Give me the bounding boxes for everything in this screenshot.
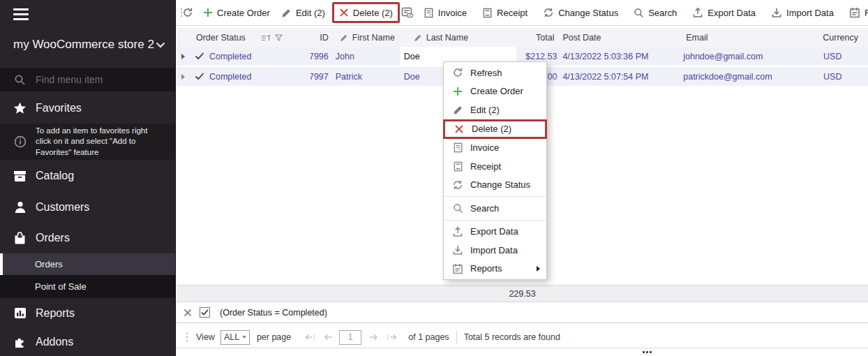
column-header-email[interactable]: Email bbox=[680, 28, 792, 47]
next-page-icon bbox=[368, 332, 379, 342]
invoice-button[interactable]: Invoice bbox=[418, 3, 472, 22]
menu-item-import-data[interactable]: Import Data bbox=[444, 241, 546, 260]
cell-text: johndoe@gmail.com bbox=[683, 52, 763, 61]
import-data-button[interactable]: Import Data bbox=[765, 3, 839, 22]
sidebar-search[interactable] bbox=[0, 68, 175, 91]
refresh-button[interactable] bbox=[182, 7, 193, 18]
change-status-button[interactable]: Change Status bbox=[537, 3, 624, 22]
cell-text: Doe bbox=[404, 72, 420, 82]
filter-enabled-checkbox[interactable] bbox=[200, 307, 210, 318]
cell-post-date[interactable]: 4/13/2022 5:03:36 PM bbox=[560, 47, 680, 66]
prev-page-button[interactable] bbox=[323, 332, 334, 342]
horizontal-scrollbar[interactable] bbox=[177, 348, 868, 356]
cell-order-status[interactable]: Completed bbox=[193, 47, 310, 66]
card-eye-icon bbox=[401, 7, 414, 18]
grid-filter-panel: (Order Status = Completed) bbox=[177, 302, 868, 323]
show-deleted-button[interactable] bbox=[401, 7, 414, 18]
context-menu: Refresh Create Order Edit (2) Delete (2)… bbox=[443, 61, 547, 280]
checkmark-icon bbox=[195, 73, 204, 80]
column-header-id[interactable]: ID bbox=[310, 28, 331, 47]
cell-text: 4/13/2022 5:07:54 PM bbox=[562, 72, 648, 82]
column-header-order-status[interactable]: Order Status bbox=[193, 28, 310, 47]
cell-order-status[interactable]: Completed bbox=[193, 67, 310, 86]
cell-first-name[interactable]: John bbox=[331, 47, 400, 66]
menu-item-receipt[interactable]: Receipt bbox=[444, 157, 546, 176]
edit-button[interactable]: Edit (2) bbox=[276, 3, 331, 22]
menu-item-label: Invoice bbox=[470, 142, 499, 153]
person-icon bbox=[13, 201, 27, 214]
hamburger-menu-button[interactable] bbox=[0, 0, 175, 28]
cell-first-name[interactable]: Patrick bbox=[331, 67, 400, 86]
receipt-button[interactable]: Receipt bbox=[477, 3, 533, 22]
sidebar-item-label: Reports bbox=[36, 307, 75, 320]
store-selector[interactable]: my WooCommerce store 2 bbox=[0, 28, 175, 61]
sidebar-subitem-orders-selected[interactable]: Orders bbox=[0, 253, 175, 275]
bar-chart-icon bbox=[13, 306, 27, 320]
menu-item-delete[interactable]: Delete (2) bbox=[443, 119, 547, 139]
checkmark-icon bbox=[195, 52, 204, 60]
cell-text: Completed bbox=[209, 72, 251, 82]
menu-item-reports[interactable]: Reports bbox=[444, 260, 546, 279]
pager-grip[interactable] bbox=[182, 333, 192, 341]
column-header-last-name[interactable]: Last Name bbox=[400, 28, 517, 47]
row-expand-button[interactable] bbox=[177, 47, 193, 66]
search-button[interactable]: Search bbox=[628, 3, 682, 22]
cell-text: USD bbox=[823, 72, 841, 82]
menu-item-edit[interactable]: Edit (2) bbox=[444, 101, 546, 119]
sidebar-item-reports[interactable]: Reports bbox=[0, 298, 175, 328]
hamburger-icon bbox=[13, 8, 29, 20]
cell-text: 7996 bbox=[310, 52, 329, 61]
column-header-currency[interactable]: Currency bbox=[792, 28, 868, 47]
star-icon bbox=[13, 102, 27, 115]
sidebar-item-catalog[interactable]: Catalog bbox=[0, 160, 175, 192]
expand-arrow-icon bbox=[181, 74, 185, 80]
menu-item-create-order[interactable]: Create Order bbox=[444, 82, 546, 101]
puzzle-icon bbox=[13, 336, 27, 349]
menu-item-search[interactable]: Search bbox=[444, 199, 546, 218]
delete-button[interactable]: Delete (2) bbox=[338, 3, 394, 22]
cell-currency[interactable]: USD bbox=[792, 67, 868, 86]
page-number-input[interactable] bbox=[339, 330, 361, 345]
column-label: Last Name bbox=[426, 33, 468, 43]
row-expand-button[interactable] bbox=[177, 67, 193, 86]
close-filter-icon[interactable] bbox=[184, 309, 192, 317]
filter-icon[interactable] bbox=[275, 34, 283, 41]
cell-id[interactable]: 7997 bbox=[310, 67, 331, 86]
cell-id[interactable]: 7996 bbox=[310, 47, 331, 66]
menu-item-refresh[interactable]: Refresh bbox=[444, 64, 546, 82]
menu-item-label: Reports bbox=[470, 263, 502, 274]
sidebar-item-label: Catalog bbox=[36, 170, 74, 182]
sidebar-item-customers[interactable]: Customers bbox=[0, 192, 175, 223]
first-page-button[interactable] bbox=[304, 332, 316, 342]
menu-item-change-status[interactable]: Change Status bbox=[444, 176, 546, 195]
cell-post-date[interactable]: 4/13/2022 5:07:54 PM bbox=[560, 67, 680, 86]
cell-email[interactable]: patrickdoe@gmail.com bbox=[680, 67, 792, 86]
sidebar-item-addons[interactable]: Addons bbox=[0, 328, 175, 356]
page-size-select[interactable]: ALL bbox=[220, 330, 250, 345]
delete-annotation-box: Delete (2) bbox=[332, 2, 400, 23]
first-page-icon bbox=[304, 332, 316, 342]
column-header-first-name[interactable]: First Name bbox=[331, 28, 400, 47]
cell-currency[interactable]: USD bbox=[792, 47, 868, 66]
import-icon bbox=[771, 7, 782, 18]
sidebar-subitem-point-of-sale[interactable]: Point of Sale bbox=[0, 275, 175, 298]
reports-button[interactable]: Reports bbox=[844, 3, 868, 22]
column-header-post-date[interactable]: Post Date bbox=[560, 28, 680, 47]
next-page-button[interactable] bbox=[368, 332, 379, 342]
last-page-button[interactable] bbox=[386, 332, 398, 342]
column-label: ID bbox=[320, 33, 329, 43]
scrollbar-thumb-dots[interactable] bbox=[643, 351, 652, 353]
column-header-total[interactable]: Total bbox=[517, 28, 560, 47]
menu-item-export-data[interactable]: Export Data bbox=[444, 223, 546, 242]
sidebar-search-input[interactable] bbox=[36, 74, 154, 85]
export-data-button[interactable]: Export Data bbox=[687, 3, 761, 22]
sidebar-item-favorites[interactable]: Favorites bbox=[0, 93, 175, 124]
menu-item-label: Delete (2) bbox=[472, 124, 511, 134]
menu-item-invoice[interactable]: Invoice bbox=[444, 139, 546, 158]
filter-expression[interactable]: (Order Status = Completed) bbox=[220, 308, 327, 318]
cell-email[interactable]: johndoe@gmail.com bbox=[680, 47, 792, 66]
create-order-button[interactable]: Create Order bbox=[197, 3, 276, 22]
sidebar-item-orders[interactable]: Orders bbox=[0, 223, 175, 253]
button-label: Reports bbox=[865, 8, 868, 18]
button-label: Import Data bbox=[786, 8, 834, 18]
